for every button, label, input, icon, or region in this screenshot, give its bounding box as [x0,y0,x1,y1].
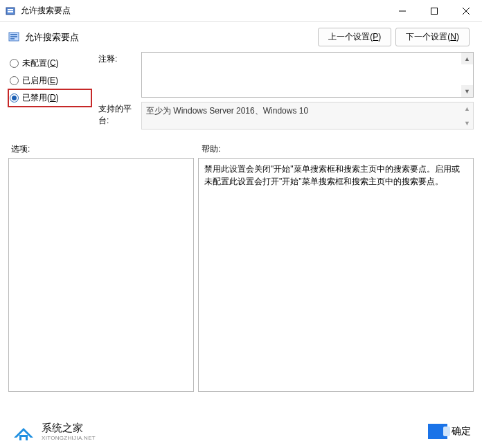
window-controls [386,0,482,21]
brand-logo-icon [11,421,36,442]
help-label: 帮助: [199,143,220,155]
app-icon [6,6,17,17]
ok-button-label[interactable]: 确定 [452,425,471,438]
policy-icon [8,31,21,44]
page-title: 允许搜索要点 [25,31,79,44]
state-radio-group: 未配置(C) 已启用(E) 已禁用(D) [8,52,91,134]
brand-name-cn: 系统之家 [42,422,96,435]
svg-rect-2 [8,11,13,12]
comment-label: 注释: [98,52,141,98]
radio-enabled[interactable]: 已启用(E) [8,72,91,89]
scroll-down-icon[interactable]: ▼ [461,85,473,97]
svg-rect-8 [10,34,17,35]
radio-disabled[interactable]: 已禁用(D) [8,89,91,107]
maximize-button[interactable] [418,0,450,22]
brand-right: 确定 [428,424,471,439]
platform-text: 至少为 Windows Server 2016、Windows 10 [146,106,308,116]
footer: 系统之家 XITONGZHIJIA.NET 确定 [0,415,482,448]
brand-left: 系统之家 XITONGZHIJIA.NET [11,421,96,442]
minimize-button[interactable] [386,0,418,22]
header-row: 允许搜索要点 上一个设置(P) 下一个设置(N) [8,28,474,46]
next-setting-button[interactable]: 下一个设置(N) [395,28,470,46]
scroll-down-icon[interactable]: ▼ [461,117,473,129]
platform-label: 支持的平台: [98,102,141,129]
svg-rect-1 [8,9,13,10]
scroll-up-icon[interactable]: ▲ [461,53,473,64]
svg-rect-4 [431,8,438,15]
scroll-up-icon[interactable]: ▲ [461,102,473,114]
options-label: 选项: [8,143,199,155]
help-panel: 禁用此设置会关闭"开始"菜单搜索框和搜索主页中的搜索要点。启用或未配置此设置会打… [198,158,474,392]
supported-platforms-box: 至少为 Windows Server 2016、Windows 10 ▲ ▼ [141,102,474,129]
brand-name-en: XITONGZHIJIA.NET [42,435,96,441]
window-title: 允许搜索要点 [21,5,71,17]
close-button[interactable] [450,0,482,22]
titlebar: 允许搜索要点 [0,0,482,22]
radio-icon [10,59,19,68]
radio-icon [10,76,19,85]
previous-setting-button[interactable]: 上一个设置(P) [318,28,391,46]
radio-icon [10,93,19,102]
brand-right-icon [428,424,447,439]
svg-rect-9 [10,36,17,37]
svg-rect-10 [10,38,15,39]
svg-rect-13 [21,437,26,440]
help-text: 禁用此设置会关闭"开始"菜单搜索框和搜索主页中的搜索要点。启用或未配置此设置会打… [204,164,460,186]
radio-not-configured[interactable]: 未配置(C) [8,55,91,72]
comment-textarea[interactable]: ▲ ▼ [141,52,474,98]
options-panel [8,158,194,392]
